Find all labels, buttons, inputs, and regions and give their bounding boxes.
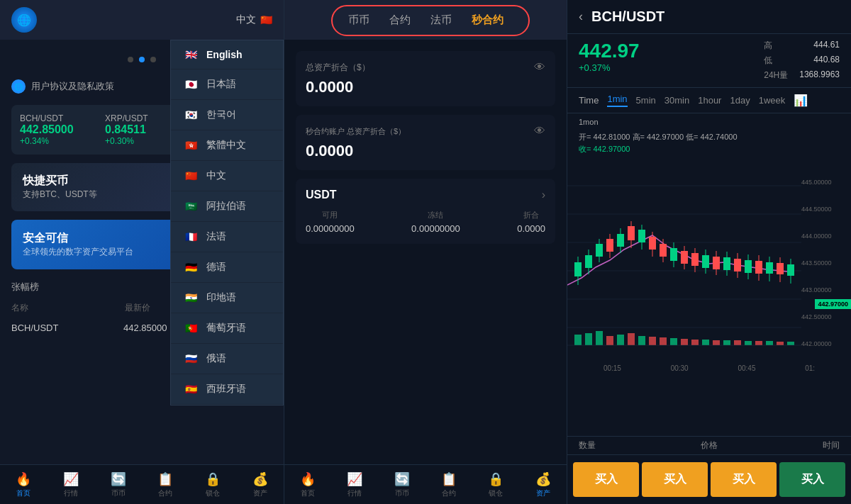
dot-3 (150, 57, 156, 62)
lang-item-russian[interactable]: 🇷🇺 俄语 (171, 344, 283, 374)
nav-lock[interactable]: 🔒 锁仓 (189, 465, 237, 504)
time-label: 时间 (823, 439, 840, 452)
middle-panel: 币币 合约 法币 秒合约 总资产折合（$） 👁 0.0000 秒合约账户 总资产… (284, 0, 567, 504)
eye-icon[interactable]: 👁 (534, 61, 545, 74)
current-price-label: 442.97000 (815, 299, 851, 309)
svg-rect-62 (723, 340, 730, 345)
quick-buy-title: 快捷买币 (23, 174, 97, 189)
tab-1hour[interactable]: 1hour (698, 95, 721, 106)
lang-item-spanish[interactable]: 🇪🇸 西班牙语 (171, 374, 283, 405)
price-item-xrp[interactable]: XRP/USDT 0.84511 +0.30% (105, 113, 179, 146)
buy-bar: 买入 买入 买入 买入 (567, 454, 851, 504)
svg-rect-58 (681, 339, 688, 345)
tab-1day[interactable]: 1day (730, 95, 750, 106)
buy-button-4[interactable]: 买入 (779, 462, 845, 497)
back-button[interactable]: ‹ (579, 9, 583, 24)
svg-rect-50 (596, 331, 603, 345)
lang-item-arabic[interactable]: 🇸🇦 阿拉伯语 (171, 191, 283, 222)
nav-market[interactable]: 📈 行情 (48, 465, 95, 504)
japanese-flag: 🇯🇵 (182, 79, 199, 90)
buy-button-1[interactable]: 买入 (573, 462, 639, 497)
equivalent-label: 折合 (517, 210, 545, 220)
period: 1mon (579, 118, 599, 126)
mid-nav-contract[interactable]: 📋 合约 (425, 465, 472, 504)
quick-buy-subtitle: 支持BTC、USDT等 (23, 189, 97, 201)
tab-1min[interactable]: 1min (607, 94, 627, 107)
y-label-7: 442.00000 (801, 340, 851, 347)
mid-nav-market[interactable]: 📈 行情 (331, 465, 378, 504)
candle-19 (766, 257, 773, 281)
tab-fiat[interactable]: 法币 (428, 8, 455, 33)
candle-7 (638, 225, 645, 250)
home-icon: 🔥 (16, 471, 31, 487)
lang-item-chinese[interactable]: 🇨🇳 中文 (171, 161, 283, 191)
lang-item-korean[interactable]: 🇰🇷 한국어 (171, 100, 283, 130)
x-label-2: 00:30 (671, 364, 689, 372)
mid-nav-assets[interactable]: 💰 资产 (520, 465, 567, 504)
usdt-arrow-icon[interactable]: › (542, 189, 545, 201)
svg-rect-37 (734, 259, 741, 271)
mid-nav-market-label: 行情 (347, 488, 362, 498)
right-header: ‹ BCH/USDT (567, 0, 851, 34)
close-value: 收= 442.97000 (579, 145, 630, 153)
mid-nav-lock[interactable]: 🔒 锁仓 (472, 465, 519, 504)
time-tabs: Time 1min 5min 30min 1hour 1day 1week 📊 (567, 88, 851, 113)
lang-item-hindi[interactable]: 🇮🇳 印地语 (171, 283, 283, 313)
mid-market-icon: 📈 (347, 471, 362, 487)
vol-label: 24H量 (764, 69, 788, 82)
sub-account-label-row: 秒合约账户 总资产折合（$） 👁 (306, 125, 545, 138)
portuguese-flag: 🇵🇹 (182, 323, 199, 334)
nav-contract[interactable]: 📋 合约 (142, 465, 189, 504)
volume-label: 数量 (579, 439, 596, 452)
nav-assets-label: 资产 (253, 488, 267, 498)
mid-nav-coin[interactable]: 🔄 币币 (379, 465, 425, 504)
candle-16 (734, 253, 741, 278)
tab-30min[interactable]: 30min (664, 95, 689, 106)
mid-nav-home[interactable]: 🔥 首页 (284, 465, 331, 504)
nav-home[interactable]: 🔥 首页 (0, 465, 48, 504)
middle-body: 总资产折合（$） 👁 0.0000 秒合约账户 总资产折合（$） 👁 0.000… (284, 40, 567, 464)
x-label-3: 00:45 (738, 364, 755, 372)
tab-5min[interactable]: 5min (636, 95, 656, 106)
lang-item-portuguese[interactable]: 🇵🇹 葡萄牙语 (171, 313, 283, 344)
candle-8 (649, 232, 656, 257)
chart-container: 1mon 开= 442.81000 高= 442.97000 低= 442.74… (567, 113, 851, 436)
nav-contract-label: 合约 (158, 488, 172, 498)
middle-tabs: 币币 合约 法币 秒合约 (345, 8, 506, 33)
german-label: 德语 (206, 261, 226, 274)
language-selector[interactable]: 中文 🇨🇳 (236, 13, 272, 26)
lang-item-traditional-chinese[interactable]: 🇭🇰 繁體中文 (171, 130, 283, 161)
svg-rect-56 (660, 337, 667, 345)
svg-rect-49 (585, 333, 592, 345)
nav-coin[interactable]: 🔄 币币 (94, 465, 142, 504)
svg-rect-25 (670, 248, 677, 261)
hk-flag: 🇭🇰 (182, 140, 199, 151)
sub-eye-icon[interactable]: 👁 (534, 125, 545, 138)
english-flag: 🇬🇧 (182, 49, 199, 60)
tab-second-contract[interactable]: 秒合约 (469, 8, 506, 33)
tab-coin[interactable]: 币币 (345, 8, 372, 33)
nav-market-label: 行情 (64, 488, 78, 498)
lang-item-german[interactable]: 🇩🇪 德语 (171, 252, 283, 283)
usdt-title: USDT (306, 189, 337, 201)
buy-button-2[interactable]: 买入 (642, 462, 708, 497)
lang-item-japanese[interactable]: 🇯🇵 日本語 (171, 69, 283, 100)
tab-1week[interactable]: 1week (759, 95, 786, 106)
lang-item-french[interactable]: 🇫🇷 法语 (171, 222, 283, 252)
candle-10 (670, 242, 677, 267)
svg-rect-23 (660, 244, 667, 257)
tab-contract[interactable]: 合约 (386, 8, 413, 33)
nav-assets[interactable]: 💰 资产 (236, 465, 284, 504)
close-info: 收= 442.97000 (567, 144, 851, 155)
chart-type-icon[interactable]: 📊 (794, 94, 808, 107)
arabic-label: 阿拉伯语 (206, 200, 246, 213)
russian-flag: 🇷🇺 (182, 353, 199, 364)
lang-item-english[interactable]: 🇬🇧 English (171, 40, 283, 69)
buy-button-3[interactable]: 买入 (711, 462, 777, 497)
sub-account-section: 秒合约账户 总资产折合（$） 👁 0.0000 (296, 115, 555, 170)
mid-assets-icon: 💰 (535, 471, 551, 487)
high-label: 高 (764, 40, 788, 52)
mid-nav-contract-label: 合约 (442, 488, 456, 498)
price-item-bch[interactable]: BCH/USDT 442.85000 +0.34% (20, 113, 94, 146)
sub-account-value: 0.0000 (306, 142, 545, 160)
